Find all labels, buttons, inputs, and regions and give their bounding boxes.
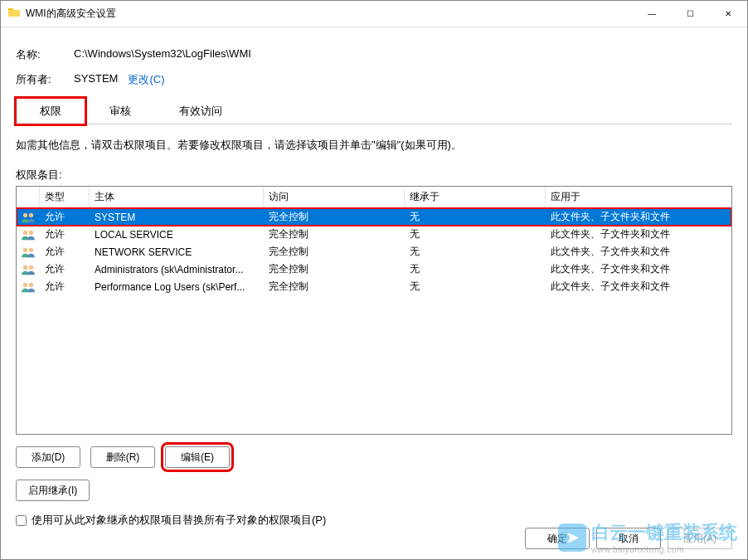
name-label: 名称: xyxy=(16,47,74,62)
table-row[interactable]: 允许Performance Log Users (sk\Perf...完全控制无… xyxy=(17,278,731,295)
col-applies[interactable]: 应用于 xyxy=(546,187,731,207)
cell-inherited: 无 xyxy=(405,208,546,226)
users-icon xyxy=(17,264,40,275)
change-owner-link[interactable]: 更改(C) xyxy=(128,72,164,87)
cell-inherited: 无 xyxy=(405,226,546,243)
col-access[interactable]: 访问 xyxy=(264,187,405,207)
cell-type: 允许 xyxy=(40,261,90,278)
close-button[interactable]: ✕ xyxy=(709,1,747,27)
cell-type: 允许 xyxy=(40,226,90,243)
replace-child-permissions-checkbox[interactable] xyxy=(16,515,27,526)
cell-principal: Performance Log Users (sk\Perf... xyxy=(90,280,264,295)
cell-principal: SYSTEM xyxy=(90,210,264,225)
cell-inherited: 无 xyxy=(405,278,546,295)
cell-access: 完全控制 xyxy=(264,261,405,278)
col-inherited[interactable]: 继承于 xyxy=(405,187,546,207)
cell-access: 完全控制 xyxy=(264,208,405,226)
users-icon xyxy=(17,246,40,258)
svg-point-3 xyxy=(29,230,33,234)
col-icon[interactable] xyxy=(17,187,40,207)
cell-access: 完全控制 xyxy=(264,243,405,261)
col-principal[interactable]: 主体 xyxy=(90,187,264,207)
name-value: C:\Windows\System32\LogFiles\WMI xyxy=(74,47,251,62)
users-icon xyxy=(17,281,40,293)
svg-point-2 xyxy=(23,230,27,234)
owner-value: SYSTEM xyxy=(74,72,118,87)
replace-child-permissions-label: 使用可从此对象继承的权限项目替换所有子对象的权限项目(P) xyxy=(32,513,326,528)
svg-point-0 xyxy=(23,212,27,217)
title-bar: WMI的高级安全设置 — ☐ ✕ xyxy=(1,1,747,27)
users-icon xyxy=(17,212,40,223)
table-row[interactable]: 允许NETWORK SERVICE完全控制无此文件夹、子文件夹和文件 xyxy=(17,243,731,261)
cell-access: 完全控制 xyxy=(264,226,405,243)
folder-icon xyxy=(7,6,21,22)
tab-auditing[interactable]: 审核 xyxy=(85,98,155,124)
cell-principal: Administrators (sk\Administrator... xyxy=(90,262,264,277)
cell-type: 允许 xyxy=(40,243,90,261)
tab-permissions[interactable]: 权限 xyxy=(16,98,85,124)
maximize-button[interactable]: ☐ xyxy=(671,1,709,27)
apply-button[interactable]: 应用(A) xyxy=(668,528,732,549)
table-row[interactable]: 允许LOCAL SERVICE完全控制无此文件夹、子文件夹和文件 xyxy=(17,226,731,243)
cell-applies: 此文件夹、子文件夹和文件 xyxy=(546,243,731,261)
cell-applies: 此文件夹、子文件夹和文件 xyxy=(546,261,731,278)
cell-applies: 此文件夹、子文件夹和文件 xyxy=(546,208,731,226)
permission-entries-label: 权限条目: xyxy=(16,168,732,183)
cell-applies: 此文件夹、子文件夹和文件 xyxy=(546,226,731,243)
svg-point-4 xyxy=(23,247,27,251)
ok-button[interactable]: 确定 xyxy=(525,528,590,549)
table-body: 允许SYSTEM完全控制无此文件夹、子文件夹和文件 允许LOCAL SERVIC… xyxy=(17,208,731,295)
instruction-text: 如需其他信息，请双击权限项目。若要修改权限项目，请选择该项目并单击"编辑"(如果… xyxy=(16,138,732,153)
cell-access: 完全控制 xyxy=(264,278,405,295)
table-row[interactable]: 允许SYSTEM完全控制无此文件夹、子文件夹和文件 xyxy=(17,208,731,226)
cancel-button[interactable]: 取消 xyxy=(596,528,661,549)
window-title: WMI的高级安全设置 xyxy=(26,7,633,21)
cell-type: 允许 xyxy=(40,278,90,295)
svg-point-1 xyxy=(29,212,33,217)
col-type[interactable]: 类型 xyxy=(40,187,90,207)
edit-button[interactable]: 编辑(E) xyxy=(165,446,230,468)
svg-point-5 xyxy=(29,247,33,251)
cell-applies: 此文件夹、子文件夹和文件 xyxy=(546,278,731,295)
table-header: 类型 主体 访问 继承于 应用于 xyxy=(17,187,731,208)
add-button[interactable]: 添加(D) xyxy=(16,446,80,468)
svg-point-9 xyxy=(29,282,33,286)
cell-principal: LOCAL SERVICE xyxy=(90,227,264,242)
remove-button[interactable]: 删除(R) xyxy=(90,446,155,468)
tab-bar: 权限 审核 有效访问 xyxy=(16,97,732,124)
permission-table: 类型 主体 访问 继承于 应用于 允许SYSTEM完全控制无此文件夹、子文件夹和… xyxy=(16,186,732,435)
svg-point-8 xyxy=(23,282,27,286)
cell-type: 允许 xyxy=(40,208,90,226)
svg-point-6 xyxy=(23,265,27,269)
users-icon xyxy=(17,229,40,241)
cell-inherited: 无 xyxy=(405,261,546,278)
cell-inherited: 无 xyxy=(405,243,546,261)
cell-principal: NETWORK SERVICE xyxy=(90,245,264,260)
enable-inheritance-button[interactable]: 启用继承(I) xyxy=(16,480,90,501)
minimize-button[interactable]: — xyxy=(633,1,671,27)
tab-effective-access[interactable]: 有效访问 xyxy=(155,98,246,124)
owner-label: 所有者: xyxy=(16,72,74,87)
svg-point-7 xyxy=(29,265,33,269)
table-row[interactable]: 允许Administrators (sk\Administrator...完全控… xyxy=(17,261,731,278)
